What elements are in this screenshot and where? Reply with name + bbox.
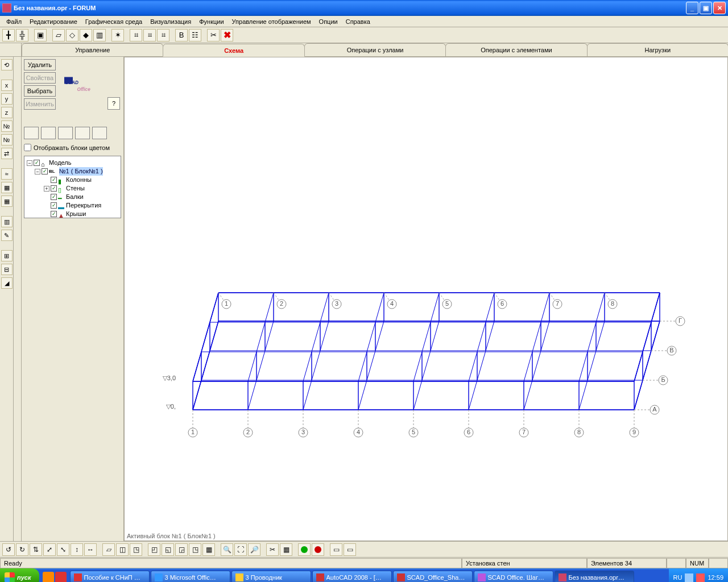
proj-icon[interactable]: ◳ [130,543,142,556]
cut-icon[interactable]: ✂ [266,543,279,556]
tool-frame1-icon[interactable]: ⌗ [130,29,142,41]
panel-tool-icon[interactable] [75,127,90,139]
vtool-icon[interactable]: z [1,107,13,118]
panel-tool-icon[interactable] [92,127,107,139]
tree-block[interactable]: №1 ( Блок№1 ) [59,167,103,176]
vtool-icon[interactable]: ⊞ [1,250,13,261]
proj-icon[interactable]: ▦ [202,543,215,556]
3d-viewport[interactable]: 12345678912345678АБВГ▽0,▽3,0 Активный бл… [124,57,728,541]
view-icon[interactable]: ⤢ [43,543,56,556]
proj-icon[interactable]: ◫ [116,543,129,556]
tree-columns[interactable]: Колонны [66,176,92,184]
tool-columns-icon[interactable]: ▥ [93,29,106,41]
menu-help[interactable]: Справка [342,17,374,26]
tool-erase2-icon[interactable]: ◆ [80,29,92,41]
tool-clear-icon[interactable]: ✂ [207,29,220,41]
ql-icon[interactable] [55,572,67,582]
vtool-icon[interactable]: ▦ [1,182,13,193]
tab-loads[interactable]: Нагрузки [587,43,728,56]
taskbar-task[interactable]: 3 Проводник [231,571,311,582]
tab-control[interactable]: Управление [22,43,163,56]
tab-elements[interactable]: Операции с элементами [445,43,587,56]
menu-graphics[interactable]: Графическая среда [81,17,146,26]
zoom-out-icon[interactable]: 🔎 [248,543,260,556]
vtool-icon[interactable]: ≈ [1,168,13,180]
grid-icon[interactable]: ▦ [280,543,292,556]
select-button[interactable]: Выбрать [24,85,56,97]
panel-tool-icon[interactable] [24,127,39,139]
vtool-icon[interactable]: ✎ [1,230,13,241]
panel-tool-icon[interactable] [41,127,56,139]
delete-button[interactable]: Удалить [24,59,56,70]
vtool-icon[interactable]: № [1,120,13,132]
tool-cancel-icon[interactable]: ✖ [221,29,233,41]
tool-erase-icon[interactable]: ◇ [66,29,78,41]
taskbar-task[interactable]: 3 Microsoft Offic… [151,571,230,582]
taskbar-task[interactable]: SCAD Office. Шаг… [474,571,553,582]
clock[interactable]: 12:59 [708,574,723,581]
accept-icon[interactable] [298,543,311,556]
zoom-in-icon[interactable]: 🔍 [221,543,233,556]
start-button[interactable]: пуск [0,568,39,582]
vtool-icon[interactable]: ▦ [1,196,13,207]
view-icon[interactable]: ↻ [16,543,28,556]
menu-file[interactable]: Файл [2,17,26,26]
tool-pointer-icon[interactable]: ▱ [52,29,65,41]
proj-icon[interactable]: ◱ [162,543,174,556]
view-icon[interactable]: ⇅ [30,543,42,556]
vtool-icon[interactable]: ⇄ [1,148,13,159]
tool-fullscreen-icon[interactable]: ▣ [34,29,47,41]
proj-icon[interactable]: ◲ [175,543,188,556]
vtool-icon[interactable]: ⟲ [1,59,13,70]
tool-grid-icon[interactable]: ╋ [2,29,15,41]
menu-functions[interactable]: Функции [195,17,228,26]
ql-icon[interactable] [43,572,54,582]
view-icon[interactable]: ↕ [71,543,83,556]
vtool-icon[interactable]: y [1,93,13,105]
view-icon[interactable]: ⤡ [57,543,69,556]
tool-snap-icon[interactable]: ✶ [111,29,124,41]
vtool-icon[interactable]: ◢ [1,277,13,289]
taskbar-task[interactable]: SCAD_Office_Sha… [393,571,473,582]
tool-block-icon[interactable]: B [175,29,188,41]
color-blocks-checkbox[interactable]: Отображать блоки цветом [24,144,121,151]
model-tree[interactable]: −✓⌂Модель −✓BL №1 ( Блок№1 ) ✓▮Колонны +… [24,156,121,218]
proj-icon[interactable]: ◳ [189,543,201,556]
panel-tool-icon[interactable] [58,127,73,139]
help-button[interactable]: ? [107,97,120,110]
vtool-icon[interactable]: № [1,134,13,146]
tree-roofs[interactable]: Крыши [66,210,86,218]
tray-icon[interactable] [685,573,693,582]
tree-walls[interactable]: Стены [66,184,85,193]
layer-icon[interactable]: ▭ [330,543,342,556]
tool-grid2-icon[interactable]: ╬ [16,29,28,41]
tool-frame2-icon[interactable]: ⌗ [143,29,156,41]
system-tray[interactable]: RU 12:59 [669,568,728,582]
taskbar-task[interactable]: AutoCAD 2008 - [… [312,571,392,582]
tree-beams[interactable]: Балки [66,193,84,201]
close-button[interactable]: ✕ [713,2,726,14]
reject-icon[interactable] [312,543,324,556]
menu-options[interactable]: Опции [315,17,342,26]
minimize-button[interactable]: _ [686,2,698,14]
taskbar-task[interactable]: Без названия.opr… [555,571,634,582]
menu-visualization[interactable]: Визуализация [146,17,195,26]
tab-scheme[interactable]: Схема [163,44,304,57]
layer-icon[interactable]: ▭ [344,543,356,556]
tree-slabs[interactable]: Перекрытия [66,201,101,210]
vtool-icon[interactable]: x [1,80,13,91]
menu-display[interactable]: Управление отображением [228,17,315,26]
tray-icon[interactable] [696,573,705,582]
proj-icon[interactable]: ◰ [148,543,160,556]
tree-root[interactable]: Модель [49,159,71,167]
tab-nodes[interactable]: Операции с узлами [304,43,446,56]
maximize-button[interactable]: ▣ [700,2,712,14]
taskbar-task[interactable]: Пособие к СНиП … [70,571,150,582]
tool-frame3-icon[interactable]: ⌗ [157,29,169,41]
vtool-icon[interactable]: ▥ [1,216,13,227]
tool-tree-icon[interactable]: ☷ [189,29,201,41]
proj-icon[interactable]: ▱ [102,543,115,556]
zoom-fit-icon[interactable]: ⛶ [234,543,247,556]
vtool-icon[interactable]: ⊟ [1,264,13,275]
view-icon[interactable]: ↺ [2,543,15,556]
